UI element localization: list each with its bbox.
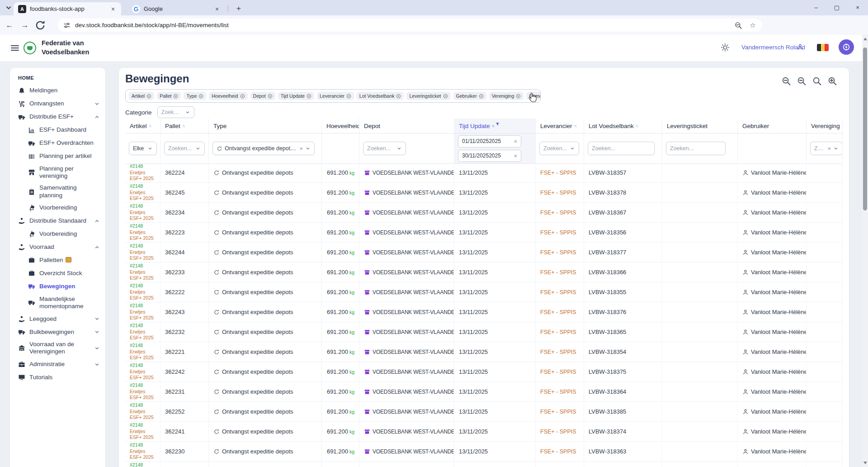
filter-chip-vereniging[interactable]: Vereniging [489,92,524,100]
window-maximize-button[interactable]: ▢ [826,0,847,14]
filter-chip-pallet[interactable]: Pallet [157,92,181,100]
filter-chip-gebruiker[interactable]: Gebruiker [453,92,486,100]
table-row[interactable]: #2148 Erwtjes ESF+ 2025362243Ontvangst e… [125,302,843,322]
bookmark-star-icon[interactable]: ☆ [749,21,757,29]
sidebar-item-esf-dashboard[interactable]: ESF+ Dashboard [10,124,105,137]
table-row[interactable]: #2148 Erwtjes ESF+ 2025362231Ontvangst e… [125,382,843,402]
clear-icon[interactable]: × [299,145,303,152]
sidebar-item-ontvangsten[interactable]: Ontvangsten [10,97,105,110]
back-button[interactable]: ← [4,19,15,31]
scrollbar-thumb[interactable] [863,48,867,210]
chip-remove-icon[interactable] [516,94,521,99]
sidebar-item-meldingen[interactable]: Meldingen [10,84,105,97]
chip-remove-icon[interactable] [307,94,311,99]
table-row[interactable]: #2148 Erwtjes ESF+ 2025362233Ontvangst e… [125,262,843,282]
sort-arrows-icon[interactable]: ↑↓ [149,124,151,128]
table-row[interactable]: #2148 Erwtjes ESF+ 2025362224Ontvangst e… [125,163,843,183]
sort-arrows-icon[interactable]: ↑↓ [492,124,494,128]
sidebar-item-administratie[interactable]: Administratie [10,358,105,371]
date-to-input[interactable]: 30/11/20252025× [458,150,521,162]
sidebar-item-voorbereiding[interactable]: Voorbereiding [10,201,105,214]
table-row[interactable]: #2148 Erwtjes ESF+ 2025362230Ontvangst e… [125,442,843,462]
chip-remove-icon[interactable] [396,94,401,99]
clear-icon[interactable]: × [514,152,517,159]
vereniging-filter-select[interactable]: Zoeken...× [810,142,843,155]
sidebar-item-distributie-standaard[interactable]: Distributie Standaard [10,214,105,228]
chip-remove-icon[interactable] [146,94,151,99]
zoom-out-icon[interactable] [781,76,791,86]
browser-tab-google[interactable]: G Google × [127,2,225,15]
table-row[interactable]: #2148 Erwtjes ESF+ 2025362241Ontvangst e… [125,422,843,442]
pallet-filter-select[interactable]: Zoeken... [164,142,205,155]
user-person-icon[interactable] [797,43,804,51]
column-header-type[interactable]: Type [209,119,322,133]
table-row[interactable]: #2148 Erwtjes ESF+ 2025362232Ontvangst e… [125,322,843,342]
hamburger-menu-icon[interactable] [11,44,19,52]
date-from-input[interactable]: 01/11/20252025× [458,135,521,148]
tab-close-icon[interactable]: × [109,5,117,13]
filter-chip-opmerking[interactable]: Opmerking [526,92,541,100]
column-header-hoeveelheid[interactable]: Hoeveelheid [322,119,359,133]
sidebar-item-esf-overdrachten[interactable]: ESF+ Overdrachten [10,137,105,150]
sidebar-item-voorraad[interactable]: Voorraad [10,241,105,254]
sidebar-item-maandelijkse-momentopname[interactable]: Maandelijkse momentopname [10,293,105,312]
address-bar[interactable]: dev.stock.foodbanksit.be/stock/app/nl-BE… [58,19,762,32]
artikel-filter-select[interactable]: Elke [129,142,157,155]
site-settings-icon[interactable] [63,22,71,29]
tab-search-chevron-icon[interactable] [5,4,13,12]
sidebar-item-bulkbewegingen[interactable]: Bulkbewegingen [10,325,105,338]
sort-arrows-icon[interactable]: ↑↓ [574,124,576,128]
categorie-select[interactable]: Zoeken... [157,106,194,118]
depot-filter-select[interactable]: Zoeken... [363,142,406,155]
column-header-vereniging[interactable]: Vereniging↑↓ [807,119,843,133]
column-header-leveringsticket[interactable]: Leveringsticket [662,119,738,133]
window-close-button[interactable]: × [847,0,868,14]
sidebar-item-voorraad-van-de-verenigingen[interactable]: Voorraad van de Verenigingen [10,338,105,357]
page-scrollbar[interactable] [862,35,868,467]
sort-arrows-icon[interactable]: ↑↓ [636,124,638,128]
column-header-tijd-update[interactable]: Tijd Update↑↓ [454,119,536,133]
search-icon[interactable] [812,76,822,86]
column-header-lot-voedselbank[interactable]: Lot Voedselbank↑↓ [584,119,662,133]
filter-chip-hoeveelheid[interactable]: Hoeveelheid [209,92,247,100]
sidebar-item-planning-per-vereniging[interactable]: Planning per vereniging [10,163,105,182]
browser-tab-active[interactable]: A foodbanks-stock-app × [14,2,121,15]
sidebar-item-tutorials[interactable]: Tutorials [10,371,105,384]
table-row[interactable]: #2148 Erwtjes ESF+ 2025362252Ontvangst e… [125,402,843,422]
chip-remove-icon[interactable] [346,94,351,99]
column-header-leverancier[interactable]: Leverancier↑↓ [536,119,584,133]
sidebar-item-bewegingen[interactable]: Bewegingen [10,280,105,293]
forward-button[interactable]: → [19,19,31,31]
language-flag-belgium[interactable] [817,44,829,51]
sidebar-item-distributie-esf[interactable]: Distributie ESF+ [10,110,105,124]
table-row[interactable]: #2148 Erwtjes ESF+ 2025362222Ontvangst e… [125,282,843,302]
table-row[interactable]: #2148 Erwtjes ESF+ 2025362251Ontvangst e… [125,462,843,467]
leveringsticket-filter-input[interactable]: Zoeken... [666,142,726,155]
table-row[interactable]: #2148 Erwtjes ESF+ 2025362245Ontvangst e… [125,183,843,203]
scrollbar-down-arrow[interactable] [863,462,867,464]
filter-chip-lot-voedselbank[interactable]: Lot Voedselbank [357,92,404,100]
sort-arrows-icon[interactable]: ↑↓ [842,124,843,128]
zoom-indicator-icon[interactable] [734,21,742,29]
window-minimize-button[interactable]: – [806,0,826,14]
table-row[interactable]: #2148 Erwtjes ESF+ 2025362244Ontvangst e… [125,243,843,262]
chip-remove-icon[interactable] [268,94,273,99]
zoom-in-icon[interactable] [827,76,837,86]
chip-remove-icon[interactable] [173,94,178,99]
reload-button[interactable] [34,19,46,31]
table-row[interactable]: #2148 Erwtjes ESF+ 2025362234Ontvangst e… [125,203,843,223]
tab-close-icon[interactable]: × [213,5,221,13]
column-header-gebruiker[interactable]: Gebruiker [738,119,807,133]
chip-remove-icon[interactable] [479,94,484,99]
sidebar-item-voorbereiding[interactable]: Voorbereiding [10,228,105,241]
clear-icon[interactable]: × [514,138,517,145]
sidebar-item-samenvatting-planning[interactable]: Samenvatting planning [10,182,105,201]
filter-chip-depot[interactable]: Depot [250,92,275,100]
zoom-out-icon[interactable] [797,76,807,86]
clear-icon[interactable]: × [827,145,831,152]
filter-chip-tijd-update[interactable]: Tijd Update [278,92,314,100]
sidebar-item-leeggoed[interactable]: Leeggoed [10,312,105,325]
filter-chip-artikel[interactable]: Artikel [129,92,154,100]
user-name-link[interactable]: Vandermeersch Roland [741,44,805,51]
chip-remove-icon[interactable] [443,94,448,99]
